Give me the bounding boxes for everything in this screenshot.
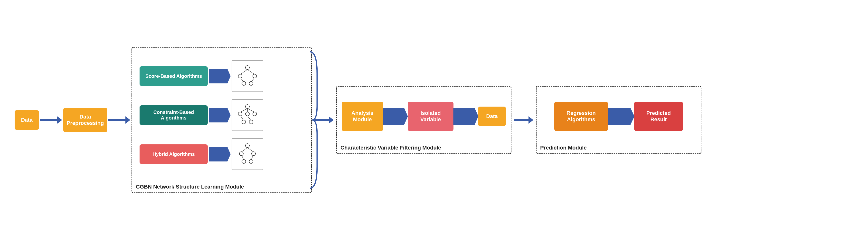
predicted-result-node: Predicted Result bbox=[634, 102, 683, 131]
svg-point-23 bbox=[242, 160, 246, 163]
svg-point-0 bbox=[246, 65, 249, 70]
svg-line-5 bbox=[241, 70, 247, 74]
arrow-score bbox=[209, 69, 230, 83]
arrow-isolated bbox=[453, 108, 478, 125]
char-var-label: Characteristic Variable Filtering Module bbox=[340, 144, 441, 151]
isolated-variable-node: Isolated Variable bbox=[408, 102, 454, 131]
svg-line-6 bbox=[247, 70, 254, 74]
hybrid-node: Hybrid Algorithms bbox=[140, 144, 208, 164]
svg-point-22 bbox=[252, 152, 255, 156]
svg-point-12 bbox=[253, 112, 257, 116]
arrow-regression bbox=[608, 108, 634, 125]
svg-point-3 bbox=[242, 81, 246, 85]
data2-node: Data bbox=[478, 107, 506, 126]
svg-point-21 bbox=[239, 152, 243, 156]
svg-point-13 bbox=[242, 120, 246, 124]
data-preprocessing-node: Data Preprocessing bbox=[63, 108, 107, 132]
svg-line-18 bbox=[241, 116, 243, 120]
svg-point-11 bbox=[246, 112, 249, 116]
score-based-node: Score-Based Algorithms bbox=[140, 66, 208, 86]
cgbn-module-box: Score-Based Algorithms bbox=[131, 47, 312, 193]
prediction-module-label: Prediction Module bbox=[540, 144, 587, 151]
svg-line-19 bbox=[247, 116, 251, 120]
graph-score bbox=[231, 60, 263, 92]
svg-line-26 bbox=[247, 148, 253, 152]
svg-line-8 bbox=[252, 78, 254, 81]
arrow-analysis bbox=[383, 108, 408, 125]
cgbn-row-hybrid: Hybrid Algorithms bbox=[140, 138, 263, 170]
graph-hybrid bbox=[231, 138, 263, 170]
svg-point-20 bbox=[246, 144, 249, 148]
svg-line-25 bbox=[242, 148, 247, 152]
char-var-module-box: Analysis Module Isolated Variable Data C… bbox=[336, 86, 512, 154]
brace-right bbox=[309, 49, 318, 191]
svg-line-15 bbox=[241, 109, 247, 112]
svg-line-7 bbox=[241, 78, 243, 81]
arrow-constraint bbox=[209, 108, 230, 123]
main-flow: Data Data Preprocessing Score-Based Algo… bbox=[14, 47, 702, 193]
regression-algorithms-node: Regression Algorithms bbox=[554, 102, 608, 131]
arrow-hybrid bbox=[209, 147, 230, 161]
cgbn-label: CGBN Network Structure Learning Module bbox=[136, 184, 244, 190]
svg-point-9 bbox=[246, 105, 249, 109]
svg-point-10 bbox=[238, 112, 242, 116]
svg-line-28 bbox=[251, 156, 253, 160]
svg-point-2 bbox=[253, 74, 257, 78]
constraint-based-node: Constraint-Based Algorithms bbox=[140, 105, 208, 125]
svg-point-14 bbox=[249, 120, 253, 124]
svg-point-24 bbox=[249, 160, 253, 163]
cgbn-row-constraint: Constraint-Based Algorithms bbox=[140, 99, 263, 131]
cgbn-row-score: Score-Based Algorithms bbox=[140, 60, 263, 92]
diagram: Data Data Preprocessing Score-Based Algo… bbox=[0, 0, 868, 240]
svg-line-27 bbox=[242, 156, 244, 160]
prediction-module-box: Regression Algorithms Predicted Result P… bbox=[536, 86, 702, 154]
graph-constraint bbox=[231, 99, 263, 131]
cgbn-rows: Score-Based Algorithms bbox=[132, 53, 271, 187]
svg-point-4 bbox=[249, 81, 253, 85]
data-node: Data bbox=[14, 110, 39, 130]
svg-point-1 bbox=[238, 74, 242, 78]
analysis-module-node: Analysis Module bbox=[342, 102, 383, 131]
svg-line-17 bbox=[247, 109, 254, 112]
